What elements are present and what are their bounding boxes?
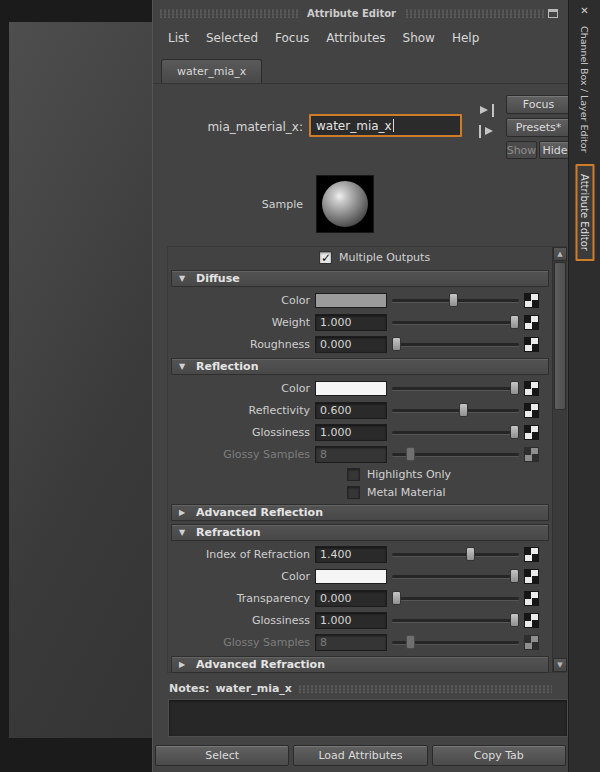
tab-channel-box-layer-editor[interactable]: Channel Box / Layer Editor [579, 26, 590, 153]
menu-show[interactable]: Show [396, 29, 442, 47]
attr-slider[interactable] [392, 402, 519, 418]
vertical-scrollbar[interactable]: ▲ ▼ [552, 247, 566, 672]
scroll-down-icon[interactable]: ▼ [553, 658, 567, 672]
tab-water-mia-x[interactable]: water_mia_x [161, 59, 262, 83]
slider-track[interactable] [392, 597, 519, 600]
menu-selected[interactable]: Selected [199, 29, 265, 47]
texture-map-button[interactable] [524, 591, 539, 606]
slider-handle[interactable] [392, 591, 401, 605]
notes-textarea[interactable] [168, 699, 568, 737]
panel-titlebar[interactable]: Attribute Editor [153, 5, 568, 21]
highlights-only-checkbox[interactable] [347, 468, 360, 481]
select-button[interactable]: Select [155, 745, 289, 766]
text-caret [393, 119, 394, 132]
focus-button[interactable]: Focus [506, 95, 571, 114]
chevron-down-icon: ▼ [179, 362, 189, 371]
section-header-diffuse[interactable]: ▼ Diffuse [171, 270, 549, 287]
texture-map-button[interactable] [524, 613, 539, 628]
slider-track[interactable] [392, 575, 519, 578]
section-header-reflection[interactable]: ▼ Reflection [171, 358, 549, 375]
presets-button[interactable]: Presets* [506, 118, 571, 137]
attr-slider[interactable] [392, 292, 519, 308]
slider-track[interactable] [392, 387, 519, 390]
panel-title: Attribute Editor [298, 8, 405, 19]
row-refraction-color: Color [169, 565, 551, 587]
show-button[interactable]: Show [506, 141, 537, 159]
attr-value-input[interactable] [315, 590, 387, 607]
section-header-refraction[interactable]: ▼ Refraction [171, 524, 549, 541]
slider-handle[interactable] [510, 613, 519, 627]
attr-slider[interactable] [392, 590, 519, 606]
node-tab-bar: water_mia_x [153, 58, 568, 84]
slider-track[interactable] [392, 431, 519, 434]
slider-track[interactable] [392, 321, 519, 324]
notes-node-name: water_mia_x [215, 682, 291, 695]
attr-slider[interactable] [392, 424, 519, 440]
tab-attribute-editor[interactable]: Attribute Editor [575, 164, 594, 261]
slider-handle[interactable] [510, 569, 519, 583]
attr-value-input[interactable] [315, 336, 387, 353]
notes-label: Notes: [169, 682, 209, 695]
metal-material-checkbox[interactable] [347, 486, 360, 499]
texture-map-button[interactable] [524, 293, 539, 308]
texture-map-button[interactable] [524, 315, 539, 330]
multiple-outputs-checkbox[interactable] [319, 251, 332, 264]
slider-track[interactable] [392, 553, 519, 556]
sample-sphere-render [322, 181, 368, 227]
scroll-up-icon[interactable]: ▲ [553, 247, 567, 261]
slider-handle[interactable] [449, 293, 458, 307]
slider-handle[interactable] [392, 337, 401, 351]
attr-value-input[interactable] [315, 424, 387, 441]
footer-buttons: Select Load Attributes Copy Tab [155, 745, 566, 766]
attr-value-input[interactable] [315, 612, 387, 629]
input-connections-icon[interactable] [478, 104, 495, 117]
menu-focus[interactable]: Focus [268, 29, 316, 47]
node-name-input[interactable]: water_mia_x [309, 114, 462, 137]
close-icon[interactable]: ✕ [569, 5, 600, 16]
texture-map-button[interactable] [524, 337, 539, 352]
chevron-down-icon: ▼ [179, 274, 189, 283]
color-swatch[interactable] [315, 293, 387, 308]
slider-track[interactable] [392, 409, 519, 412]
attr-slider[interactable] [392, 314, 519, 330]
attr-slider [392, 634, 519, 650]
color-swatch[interactable] [315, 569, 387, 584]
texture-map-button[interactable] [524, 569, 539, 584]
attr-value-input[interactable] [315, 402, 387, 419]
slider-handle[interactable] [510, 425, 519, 439]
menu-help[interactable]: Help [445, 29, 486, 47]
output-connections-icon[interactable] [478, 125, 495, 138]
texture-map-button[interactable] [524, 381, 539, 396]
attr-slider[interactable] [392, 336, 519, 352]
right-panel-tab-strip: ✕ Channel Box / Layer Editor Attribute E… [568, 0, 600, 772]
texture-map-button[interactable] [524, 547, 539, 562]
viewport-canvas[interactable] [9, 22, 152, 738]
scrollbar-thumb[interactable] [554, 262, 566, 410]
color-swatch[interactable] [315, 381, 387, 396]
slider-track[interactable] [392, 619, 519, 622]
slider-handle[interactable] [466, 547, 475, 561]
slider-handle[interactable] [510, 315, 519, 329]
slider-handle[interactable] [459, 403, 468, 417]
slider-handle[interactable] [510, 381, 519, 395]
chevron-right-icon: ▶ [179, 660, 189, 669]
texture-map-button[interactable] [524, 425, 539, 440]
attr-slider[interactable] [392, 612, 519, 628]
float-window-icon[interactable] [548, 9, 558, 18]
attr-slider[interactable] [392, 380, 519, 396]
slider-handle [406, 635, 415, 649]
copy-tab-button[interactable]: Copy Tab [432, 745, 566, 766]
menu-list[interactable]: List [161, 29, 196, 47]
material-sample-swatch[interactable] [316, 175, 374, 233]
load-attributes-button[interactable]: Load Attributes [293, 745, 427, 766]
attr-value-input[interactable] [315, 546, 387, 563]
attr-value-input[interactable] [315, 314, 387, 331]
attr-slider[interactable] [392, 568, 519, 584]
menu-attributes[interactable]: Attributes [319, 29, 392, 47]
texture-map-button[interactable] [524, 403, 539, 418]
slider-track[interactable] [392, 343, 519, 346]
section-header-advanced-refraction[interactable]: ▶ Advanced Refraction [171, 656, 549, 673]
section-header-advanced-reflection[interactable]: ▶ Advanced Reflection [171, 504, 549, 521]
hide-button[interactable]: Hide [539, 141, 571, 159]
attr-slider[interactable] [392, 546, 519, 562]
